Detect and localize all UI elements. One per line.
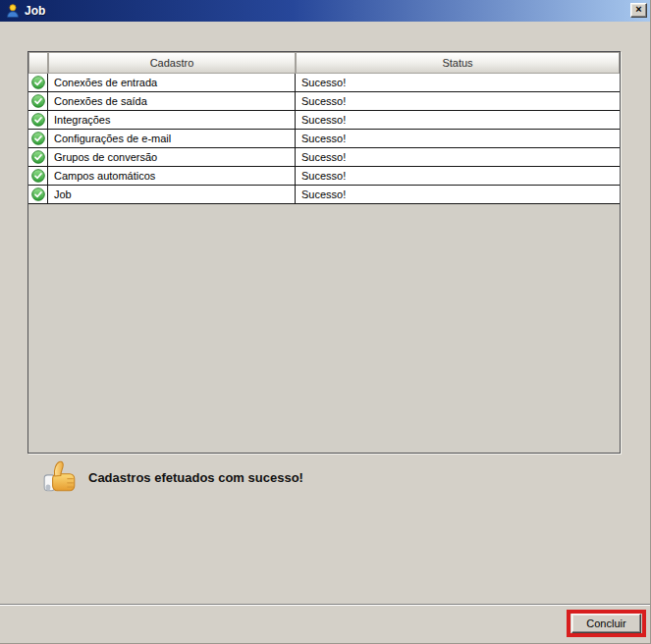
row-cadastro-cell: Conexões de saída [48,92,296,110]
row-status-cell: Sucesso! [296,148,620,166]
table-header: Cadastro Status [28,52,620,74]
row-icon-cell [28,111,48,129]
table-row[interactable]: Grupos de conversão Sucesso! [28,148,620,167]
close-button[interactable]: × [630,3,647,18]
table-row[interactable]: Conexões de entrada Sucesso! [28,74,620,92]
check-circle-icon [31,76,45,89]
row-icon-cell [28,186,48,203]
success-message-row: Cadastros efetuados com sucesso! [41,458,303,496]
row-status-cell: Sucesso! [296,130,620,147]
status-column-header[interactable]: Status [296,52,620,74]
person-icon [5,3,21,19]
table-row[interactable]: Conexões de saída Sucesso! [28,92,620,111]
check-circle-icon [31,113,45,127]
row-icon-cell [28,74,48,91]
icon-column-header[interactable] [28,52,48,74]
check-circle-icon [31,188,45,201]
check-circle-icon [31,150,45,164]
job-dialog: Job × Cadastro Status Con [0,0,651,644]
row-icon-cell [28,148,48,166]
success-message: Cadastros efetuados com sucesso! [88,470,303,485]
table-body: Conexões de entrada Sucesso! Conexões de… [28,74,620,204]
check-circle-icon [31,132,45,145]
table-row[interactable]: Campos automáticos Sucesso! [28,167,620,186]
table-row[interactable]: Configurações de e-mail Sucesso! [28,130,620,148]
check-circle-icon [31,169,45,183]
status-table: Cadastro Status Conexões de entrada Suce… [27,51,621,454]
row-icon-cell [28,130,48,147]
row-cadastro-cell: Integrações [48,111,296,129]
footer-divider [0,604,650,606]
row-status-cell: Sucesso! [296,186,620,203]
table-row[interactable]: Job Sucesso! [28,186,620,204]
row-cadastro-cell: Configurações de e-mail [48,130,296,147]
row-cadastro-cell: Grupos de conversão [48,148,296,166]
row-icon-cell [28,92,48,110]
row-status-cell: Sucesso! [296,74,620,91]
row-cadastro-cell: Campos automáticos [48,167,296,185]
annotation-highlight: Concluir [567,610,646,637]
close-icon: × [635,4,641,15]
cadastro-column-header[interactable]: Cadastro [48,52,296,74]
check-circle-icon [31,94,45,108]
row-status-cell: Sucesso! [296,111,620,129]
table-row[interactable]: Integrações Sucesso! [28,111,620,130]
row-cadastro-cell: Job [48,186,296,203]
window-title: Job [25,4,45,18]
row-status-cell: Sucesso! [296,167,620,185]
titlebar: Job × [0,0,650,22]
row-cadastro-cell: Conexões de entrada [48,74,296,91]
row-status-cell: Sucesso! [296,92,620,110]
row-icon-cell [28,167,48,185]
concluir-button[interactable]: Concluir [571,614,641,633]
thumbs-up-icon [41,458,79,496]
